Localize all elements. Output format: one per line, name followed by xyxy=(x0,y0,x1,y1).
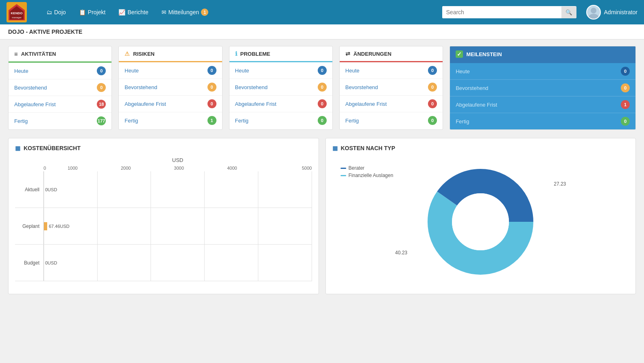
search-button[interactable]: 🔍 xyxy=(561,7,576,18)
svg-text:manager: manager xyxy=(12,16,22,19)
probleme-heute-row[interactable]: Heute 0 xyxy=(229,62,332,79)
user-area[interactable]: Administrator xyxy=(586,5,637,20)
legend-berater: Berater xyxy=(341,165,393,171)
svg-point-6 xyxy=(589,14,598,19)
info-icon: ℹ xyxy=(235,50,237,57)
aktivitaeten-abgelaufene-badge: 18 xyxy=(97,100,106,109)
nav-mitteilungen[interactable]: ✉ Mitteilungen 1 xyxy=(156,5,214,19)
mail-icon: ✉ xyxy=(162,9,166,15)
card-aenderungen-title: ÄNDERUNGEN xyxy=(354,51,391,57)
axis-label: USD xyxy=(44,157,312,163)
aktivitaeten-abgelaufene-row[interactable]: Abgelaufene Frist 18 xyxy=(9,96,111,113)
doc-icon: 🗂 xyxy=(46,9,52,15)
aktivitaeten-heute-label: Heute xyxy=(14,68,28,74)
aenderungen-abgelaufene-row[interactable]: Abgelaufene Frist 0 xyxy=(340,96,443,112)
risiken-bevorstehend-row[interactable]: Bevorstehend 0 xyxy=(119,79,222,96)
card-aenderungen-body: Heute 0 Bevorstehend 0 Abgelaufene Frist… xyxy=(340,62,443,129)
card-probleme-title: PROBLEME xyxy=(240,51,271,57)
bar-chart: Aktuell 0USD Geplant xyxy=(15,171,312,281)
aktivitaeten-bevorstehend-badge: 0 xyxy=(97,83,106,92)
nav-dojo[interactable]: 🗂 Dojo xyxy=(41,6,72,19)
kostenubersicht-title-area: ▦ KOSTENÜBERSICHT xyxy=(15,145,312,151)
donut-label-40: 40.23 xyxy=(395,250,407,256)
probleme-fertig-row[interactable]: Fertig 0 xyxy=(229,112,332,129)
cards-row: ≡ AKTIVITÄTEN Heute 0 Bevorstehend 0 Abg… xyxy=(8,46,636,130)
card-meilenstein-header: ✓ MEILENSTEIN xyxy=(450,46,635,63)
card-aktivitaeten-header: ≡ AKTIVITÄTEN xyxy=(9,46,111,63)
x-axis: 0 1000 2000 3000 4000 5000 xyxy=(44,166,312,171)
risiken-abgelaufene-row[interactable]: Abgelaufene Frist 0 xyxy=(119,96,222,112)
chart-icon2: ▦ xyxy=(332,145,338,151)
nav-berichte-label: Berichte xyxy=(127,9,148,15)
card-meilenstein: ✓ MEILENSTEIN Heute 0 Bevorstehend 0 Abg… xyxy=(450,46,636,130)
meilenstein-fertig-row[interactable]: Fertig 0 xyxy=(450,113,635,129)
search-icon: 🔍 xyxy=(565,9,572,15)
donut-chart: 27.23 40.23 xyxy=(424,165,537,280)
aktivitaeten-fertig-row[interactable]: Fertig 177 xyxy=(9,113,111,129)
probleme-abgelaufene-row[interactable]: Abgelaufene Frist 0 xyxy=(229,96,332,112)
risiken-fertig-row[interactable]: Fertig 1 xyxy=(119,112,222,129)
user-name: Administrator xyxy=(604,9,637,15)
card-probleme-body: Heute 0 Bevorstehend 0 Abgelaufene Frist… xyxy=(229,62,332,129)
bar-aktuell: Aktuell 0USD xyxy=(15,171,312,208)
aktivitaeten-fertig-label: Fertig xyxy=(14,118,28,124)
check-icon: ✓ xyxy=(456,50,463,58)
meilenstein-bevorstehend-row[interactable]: Bevorstehend 0 xyxy=(450,80,635,96)
card-probleme-header: ℹ PROBLEME xyxy=(229,46,332,62)
chart-icon: ▦ xyxy=(15,145,20,151)
legend-auslagen: Finanzielle Auslagen xyxy=(341,173,393,178)
nav-mitteilungen-label: Mitteilungen xyxy=(168,9,199,15)
card-risiken: ⚠ RISIKEN Heute 0 Bevorstehend 0 Abgelau… xyxy=(118,46,222,130)
card-aktivitaeten-title: AKTIVITÄTEN xyxy=(21,51,56,57)
aenderungen-heute-row[interactable]: Heute 0 xyxy=(340,62,443,79)
probleme-bevorstehend-row[interactable]: Bevorstehend 0 xyxy=(229,79,332,96)
bar-budget: Budget 0USD xyxy=(15,245,312,281)
nav-berichte[interactable]: 📈 Berichte xyxy=(113,6,154,19)
aktivitaeten-fertig-badge: 177 xyxy=(97,116,106,125)
kosten-nach-typ-title: KOSTEN NACH TYP xyxy=(341,145,395,151)
avatar xyxy=(586,5,601,20)
aktivitaeten-heute-badge: 0 xyxy=(97,66,106,75)
aktivitaeten-bevorstehend-label: Bevorstehend xyxy=(14,85,47,91)
card-aenderungen: ⇄ ÄNDERUNGEN Heute 0 Bevorstehend 0 Abge… xyxy=(339,46,443,130)
charts-row: ▦ KOSTENÜBERSICHT USD 0 1000 2000 3000 4… xyxy=(8,138,636,294)
donut-label-27: 27.23 xyxy=(554,181,566,187)
aktivitaeten-heute-row[interactable]: Heute 0 xyxy=(9,63,111,79)
card-aktivitaeten: ≡ AKTIVITÄTEN Heute 0 Bevorstehend 0 Abg… xyxy=(8,46,112,130)
kostenubersicht-card: ▦ KOSTENÜBERSICHT USD 0 1000 2000 3000 4… xyxy=(8,138,319,294)
meilenstein-abgelaufene-row[interactable]: Abgelaufene Frist 1 xyxy=(450,96,635,113)
aenderungen-bevorstehend-row[interactable]: Bevorstehend 0 xyxy=(340,79,443,96)
nav-projekt[interactable]: 📋 Projekt xyxy=(73,6,111,19)
card-meilenstein-body: Heute 0 Bevorstehend 0 Abgelaufene Frist… xyxy=(450,63,635,129)
svg-point-5 xyxy=(591,8,596,13)
card-risiken-title: RISIKEN xyxy=(133,51,155,57)
list-icon: ≡ xyxy=(14,50,18,57)
logo-area[interactable]: KENDO manager xyxy=(7,2,29,22)
page-title: DOJO - AKTIVE PROJEKTE xyxy=(8,28,82,35)
main-content: ≡ AKTIVITÄTEN Heute 0 Bevorstehend 0 Abg… xyxy=(0,39,644,301)
nav-menu: 🗂 Dojo 📋 Projekt 📈 Berichte ✉ Mitteilung… xyxy=(41,5,439,19)
warn-icon: ⚠ xyxy=(124,50,130,57)
search-area: 🔍 xyxy=(442,6,576,18)
meilenstein-heute-row[interactable]: Heute 0 xyxy=(450,63,635,80)
header: KENDO manager 🗂 Dojo 📋 Projekt 📈 Bericht… xyxy=(0,0,644,24)
card-meilenstein-title: MEILENSTEIN xyxy=(466,51,502,57)
aktivitaeten-bevorstehend-row[interactable]: Bevorstehend 0 xyxy=(9,79,111,96)
mitteilungen-badge: 1 xyxy=(201,9,208,16)
kosten-nach-typ-card: ▦ KOSTEN NACH TYP Berater Finanzielle Au… xyxy=(325,138,636,294)
card-aktivitaeten-body: Heute 0 Bevorstehend 0 Abgelaufene Frist… xyxy=(9,63,111,129)
report-icon: 📈 xyxy=(118,9,125,15)
risiken-heute-row[interactable]: Heute 0 xyxy=(119,62,222,79)
aenderungen-fertig-row[interactable]: Fertig 0 xyxy=(340,112,443,129)
logo-icon: KENDO manager xyxy=(7,2,27,22)
kostenubersicht-title: KOSTENÜBERSICHT xyxy=(24,145,81,151)
search-input[interactable] xyxy=(442,6,561,18)
svg-text:KENDO: KENDO xyxy=(11,11,23,15)
kosten-nach-typ-title-area: ▦ KOSTEN NACH TYP xyxy=(332,145,629,151)
switch-icon: ⇄ xyxy=(345,50,350,57)
card-risiken-header: ⚠ RISIKEN xyxy=(119,46,222,62)
card-aenderungen-header: ⇄ ÄNDERUNGEN xyxy=(340,46,443,62)
bar-geplant: Geplant 67.46USD xyxy=(15,208,312,245)
card-risiken-body: Heute 0 Bevorstehend 0 Abgelaufene Frist… xyxy=(119,62,222,129)
card-probleme: ℹ PROBLEME Heute 0 Bevorstehend 0 Abgela… xyxy=(229,46,333,130)
